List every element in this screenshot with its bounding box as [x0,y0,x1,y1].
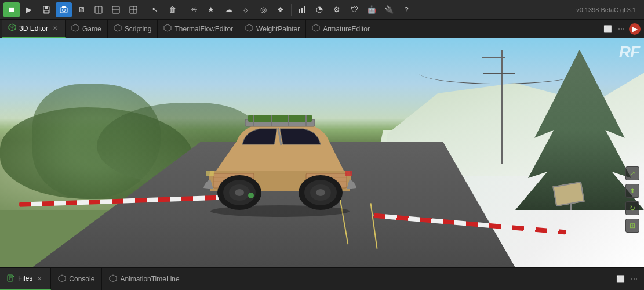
bottom-expand-button[interactable]: ⬜ [614,273,627,285]
bottom-tab-console-label: Console [69,275,94,283]
settings-button[interactable]: ⚙ [329,2,345,17]
tab-armature-editor-label: ArmatureEditor [323,25,370,33]
svg-point-47 [316,189,325,196]
svg-point-4 [63,9,66,12]
tab-thermal-flow-editor-icon [163,24,172,34]
bottom-tab-actions: ⬜ ⋯ [614,268,644,290]
svg-rect-13 [299,9,300,13]
svg-rect-48 [206,171,214,176]
tower-arm1 [482,57,505,58]
powerline [419,61,580,85]
svg-rect-49 [345,171,352,176]
separator1 [144,4,144,16]
tab-arrow-button[interactable]: ▶ [629,23,641,35]
tab-3d-editor-label: 3D Editor [19,24,48,32]
sun-button[interactable]: ✳ [185,2,202,17]
tab-armature-editor[interactable]: ArmatureEditor [306,20,376,38]
tab-thermal-flow-editor[interactable]: ThermalFlowEditor [158,20,239,38]
bottom-tab-files[interactable]: Files ✕ [0,268,51,290]
viewport-icon-rotate[interactable]: ↻ [625,201,639,215]
svg-marker-25 [312,24,319,31]
tab-weight-painter-label: WeightPainter [256,25,300,33]
bottom-panel: Files ✕ Console AnimationTimeLine ⬜ ⋯ [0,267,644,290]
circle-button[interactable]: ◎ [255,2,271,17]
monitor-button[interactable]: 🖥 [73,2,89,17]
svg-marker-56 [110,275,117,282]
help-button[interactable]: ? [398,2,414,17]
tab-game-label: Game [82,25,101,33]
chart2-button[interactable] [294,2,310,17]
svg-marker-22 [114,24,121,31]
bottom-tab-files-label: Files [18,274,32,282]
console-icon [58,274,66,284]
viewport-icon-up[interactable]: ⬆ [625,184,639,198]
svg-point-50 [248,193,254,198]
tab-game[interactable]: Game [66,20,108,38]
shield-button[interactable]: 🛡 [346,2,362,17]
save-button[interactable] [38,2,54,17]
watermark-rf: RF [619,43,639,61]
cloud-button[interactable]: ☁ [220,2,237,17]
tab-scripting-label: Scripting [125,25,152,33]
top-toolbar: ⏹ ▶ 🖥 ↖ 🗑 ✳ ★ ☁ ☼ ◎ ❖ ⚙ 🛡 🤖 🔌 ? v0.1398 … [0,0,644,20]
tab-bar-actions: ⬜ ⋯ ▶ [601,20,644,38]
viewport-icon-arrow[interactable]: ↗ [625,166,639,180]
svg-marker-23 [164,24,171,31]
version-label: v0.1398 BetaC gl:3.1 [576,6,641,13]
svg-rect-1 [45,6,48,9]
layout3-button[interactable] [125,2,141,17]
brightness-button[interactable]: ☼ [238,2,254,17]
road-sign [554,184,586,210]
tab-more-button[interactable]: ⋯ [615,23,628,35]
delete-button[interactable]: 🗑 [164,2,180,17]
bottom-tab-animation-timeline-label: AnimationTimeLine [120,275,179,283]
android-button[interactable]: 🤖 [363,2,380,17]
play-button[interactable]: ▶ [21,2,37,17]
layout2-button[interactable] [108,2,124,17]
sign-board [552,182,584,206]
tab-weight-painter[interactable]: WeightPainter [239,20,306,38]
layout1-button[interactable] [90,2,107,17]
separator3 [291,4,292,16]
bottom-tab-files-close[interactable]: ✕ [35,274,43,282]
tab-game-icon [71,24,79,34]
tab-scripting-icon [114,24,122,34]
chart3-button[interactable] [311,2,328,17]
svg-marker-21 [72,24,79,31]
svg-rect-2 [44,10,49,13]
tab-scripting[interactable]: Scripting [108,20,158,38]
tab-thermal-flow-editor-label: ThermalFlowEditor [174,25,233,33]
svg-rect-3 [60,8,67,13]
camera-button[interactable] [56,2,72,17]
tab-expand-button[interactable]: ⬜ [601,23,614,35]
star-button[interactable]: ★ [203,2,219,17]
select-button[interactable]: ↖ [147,2,163,17]
stop-button[interactable]: ⏹ [3,2,20,17]
tab-3d-editor-icon [8,23,16,33]
tab-3d-editor[interactable]: 3D Editor ✕ [2,20,66,38]
svg-marker-24 [246,24,253,31]
tab-weight-painter-icon [245,24,253,34]
svg-rect-5 [62,6,66,8]
svg-marker-55 [59,275,66,282]
svg-rect-28 [248,115,312,122]
files-icon [7,274,15,284]
nodes-button[interactable]: ❖ [272,2,289,17]
svg-rect-15 [304,6,305,13]
animation-icon [109,274,117,284]
svg-point-43 [235,189,244,196]
bottom-tab-console[interactable]: Console [51,268,102,290]
svg-rect-14 [301,8,303,13]
bottom-more-button[interactable]: ⋯ [628,273,641,285]
tab-bar: 3D Editor ✕ Game Scripting ThermalFlowEd… [0,20,644,38]
viewport-icons: ↗ ⬆ ↻ ⊞ [625,166,639,233]
separator2 [183,4,183,16]
main-viewport[interactable]: RF ↗ ⬆ ↻ ⊞ [0,38,644,267]
tab-armature-editor-icon [312,24,320,34]
plug-button[interactable]: 🔌 [381,2,397,17]
tab-3d-editor-close[interactable]: ✕ [51,24,59,32]
car-vehicle [193,89,367,217]
viewport-icon-grid[interactable]: ⊞ [625,219,639,233]
bottom-tab-animation-timeline[interactable]: AnimationTimeLine [102,268,187,290]
